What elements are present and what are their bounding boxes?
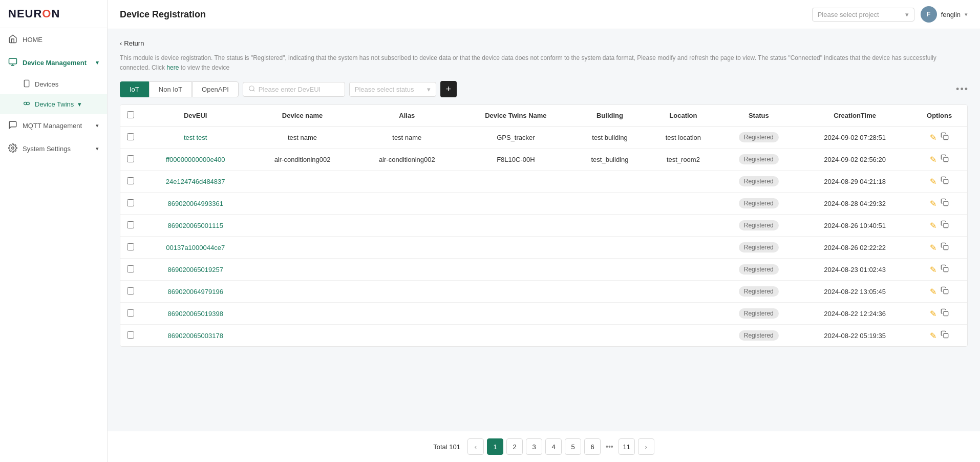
edit-button[interactable]: ✎ bbox=[930, 287, 936, 297]
add-button[interactable]: + bbox=[440, 81, 457, 97]
edit-button[interactable]: ✎ bbox=[930, 177, 936, 186]
row-checkbox-3[interactable] bbox=[127, 199, 134, 206]
row-options: ✎ bbox=[911, 171, 967, 193]
avatar: F bbox=[921, 6, 937, 23]
sidebar-item-devices[interactable]: Devices bbox=[0, 74, 107, 94]
sidebar-item-mqtt-management[interactable]: MQTT Management ▾ bbox=[0, 114, 107, 137]
row-options: ✎ bbox=[911, 325, 967, 347]
row-device-name bbox=[250, 215, 354, 237]
row-deveui[interactable]: 869020064993361 bbox=[141, 193, 250, 215]
sidebar-item-device-management-label: Device Management bbox=[23, 59, 87, 67]
row-deveui[interactable]: 00137a1000044ce7 bbox=[141, 237, 250, 259]
edit-button[interactable]: ✎ bbox=[930, 265, 936, 275]
more-options-button[interactable]: ••• bbox=[956, 84, 968, 95]
row-status: Registered bbox=[719, 193, 798, 215]
row-building: test_building bbox=[572, 149, 647, 171]
sidebar-item-device-twins-label: Device Twins bbox=[35, 100, 74, 108]
edit-button[interactable]: ✎ bbox=[930, 155, 936, 164]
copy-button[interactable] bbox=[941, 242, 949, 253]
copy-button[interactable] bbox=[941, 176, 949, 186]
sidebar-item-device-twins[interactable]: Device Twins ▾ bbox=[0, 94, 107, 114]
row-checkbox-7[interactable] bbox=[127, 287, 134, 295]
tab-non-iot[interactable]: Non IoT bbox=[149, 81, 192, 97]
row-building bbox=[572, 281, 647, 303]
copy-button[interactable] bbox=[941, 286, 949, 297]
row-deveui[interactable]: 24e124746d484837 bbox=[141, 171, 250, 193]
edit-button[interactable]: ✎ bbox=[930, 133, 936, 142]
pagination-page-2[interactable]: 2 bbox=[506, 438, 523, 455]
chevron-down-icon-mqtt: ▾ bbox=[96, 122, 99, 129]
copy-button[interactable] bbox=[941, 264, 949, 275]
row-twins-name: F8L10C-00H bbox=[459, 149, 572, 171]
row-creation-time: 2024-09-02 07:28:51 bbox=[798, 127, 911, 149]
row-deveui[interactable]: 869020065019398 bbox=[141, 303, 250, 325]
edit-button[interactable]: ✎ bbox=[930, 243, 936, 253]
project-select-label: Please select project bbox=[818, 11, 879, 18]
row-checkbox-0[interactable] bbox=[127, 133, 134, 140]
row-location bbox=[647, 325, 719, 347]
pagination-page-1[interactable]: 1 bbox=[487, 438, 503, 455]
row-alias bbox=[355, 303, 459, 325]
row-checkbox-2[interactable] bbox=[127, 177, 134, 184]
edit-button[interactable]: ✎ bbox=[930, 309, 936, 319]
copy-button[interactable] bbox=[941, 308, 949, 319]
row-deveui[interactable]: 869020065003178 bbox=[141, 325, 250, 347]
pagination-next[interactable]: › bbox=[638, 438, 654, 455]
return-link[interactable]: ‹ Return bbox=[120, 39, 968, 47]
row-checkbox-cell bbox=[120, 281, 141, 303]
status-select[interactable]: Please select status ▾ bbox=[349, 82, 436, 97]
sidebar-item-home[interactable]: HOME bbox=[0, 28, 107, 51]
row-location bbox=[647, 281, 719, 303]
copy-button[interactable] bbox=[941, 330, 949, 341]
row-deveui[interactable]: 869020065001115 bbox=[141, 215, 250, 237]
row-checkbox-4[interactable] bbox=[127, 221, 134, 228]
search-input[interactable] bbox=[259, 86, 339, 93]
project-select[interactable]: Please select project ▾ bbox=[812, 8, 914, 22]
edit-button[interactable]: ✎ bbox=[930, 331, 936, 341]
select-all-header bbox=[120, 105, 141, 127]
row-deveui[interactable]: ff00000000000e400 bbox=[141, 149, 250, 171]
tab-openapi[interactable]: OpenAPI bbox=[192, 81, 239, 97]
row-checkbox-cell bbox=[120, 259, 141, 281]
copy-button[interactable] bbox=[941, 198, 949, 208]
copy-button[interactable] bbox=[941, 220, 949, 230]
row-checkbox-1[interactable] bbox=[127, 155, 134, 162]
user-menu-chevron[interactable]: ▾ bbox=[965, 11, 968, 18]
row-deveui[interactable]: test test bbox=[141, 127, 250, 149]
pagination-page-3[interactable]: 3 bbox=[526, 438, 542, 455]
mqtt-icon bbox=[8, 120, 17, 131]
row-checkbox-8[interactable] bbox=[127, 309, 134, 317]
edit-button[interactable]: ✎ bbox=[930, 221, 936, 230]
row-alias: air-conditioning002 bbox=[355, 149, 459, 171]
edit-button[interactable]: ✎ bbox=[930, 199, 936, 208]
col-building: Building bbox=[572, 105, 647, 127]
row-creation-time: 2024-08-23 01:02:43 bbox=[798, 259, 911, 281]
row-creation-time: 2024-09-02 02:56:20 bbox=[798, 149, 911, 171]
row-creation-time: 2024-08-28 04:29:32 bbox=[798, 193, 911, 215]
row-checkbox-cell bbox=[120, 149, 141, 171]
row-checkbox-cell bbox=[120, 325, 141, 347]
sidebar-item-system-settings[interactable]: System Settings ▾ bbox=[0, 137, 107, 160]
row-deveui[interactable]: 869020064979196 bbox=[141, 281, 250, 303]
row-checkbox-5[interactable] bbox=[127, 243, 134, 250]
col-twins-name: Device Twins Name bbox=[459, 105, 572, 127]
row-options: ✎ bbox=[911, 281, 967, 303]
row-alias bbox=[355, 259, 459, 281]
row-checkbox-6[interactable] bbox=[127, 265, 134, 272]
tab-iot[interactable]: IoT bbox=[120, 81, 149, 97]
pagination-page-6[interactable]: 6 bbox=[584, 438, 601, 455]
row-options: ✎ bbox=[911, 215, 967, 237]
copy-button[interactable] bbox=[941, 154, 949, 164]
info-link[interactable]: here bbox=[166, 64, 179, 71]
pagination-page-5[interactable]: 5 bbox=[565, 438, 581, 455]
pagination-prev[interactable]: ‹ bbox=[467, 438, 484, 455]
select-all-checkbox[interactable] bbox=[127, 111, 134, 118]
row-checkbox-9[interactable] bbox=[127, 331, 134, 339]
row-building bbox=[572, 215, 647, 237]
pagination-page-11[interactable]: 11 bbox=[619, 438, 635, 455]
row-building: test building bbox=[572, 127, 647, 149]
sidebar-item-device-management[interactable]: Device Management ▾ bbox=[0, 51, 107, 74]
row-deveui[interactable]: 869020065019257 bbox=[141, 259, 250, 281]
pagination-page-4[interactable]: 4 bbox=[545, 438, 562, 455]
copy-button[interactable] bbox=[941, 132, 949, 142]
